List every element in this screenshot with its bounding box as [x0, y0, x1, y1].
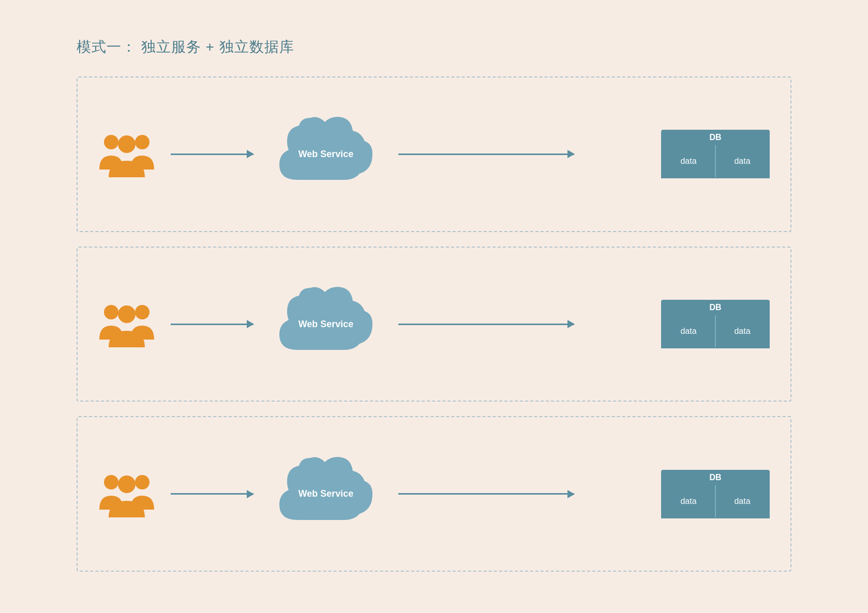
svg-point-3 [104, 305, 118, 319]
db-cell-1: data [662, 145, 716, 177]
arrow [398, 154, 574, 155]
db-cell-2: data [716, 485, 769, 517]
arrow [398, 493, 574, 495]
svg-point-7 [135, 475, 149, 489]
db-cells: data data [661, 145, 770, 178]
row-box-3: Web Service DB data data [77, 416, 791, 572]
svg-point-4 [135, 305, 149, 319]
svg-point-2 [118, 135, 136, 153]
cloud-shape: Web Service [269, 453, 383, 535]
users-group [98, 131, 155, 177]
svg-point-6 [104, 475, 118, 489]
cloud-shape: Web Service [269, 113, 383, 195]
db-box: DB data data [661, 130, 770, 178]
db-cell-1: data [662, 485, 716, 517]
arrow [171, 324, 253, 325]
arrow [171, 154, 253, 155]
db-cell-2: data [716, 145, 769, 177]
db-cells: data data [661, 485, 770, 518]
row-box-1: Web Service DB data data [77, 76, 791, 232]
arrow [171, 493, 253, 495]
arrow [398, 324, 574, 325]
svg-point-0 [104, 135, 118, 149]
cloud-shape: Web Service [269, 283, 383, 365]
db-box: DB data data [661, 300, 770, 348]
diagram-container: Web Service DB data data [77, 76, 791, 572]
row-box-2: Web Service DB data data [77, 247, 791, 402]
db-header: DB [661, 130, 770, 145]
db-cell-1: data [662, 315, 716, 347]
db-box: DB data data [661, 470, 770, 518]
svg-point-1 [135, 135, 149, 149]
db-header: DB [661, 300, 770, 315]
db-header: DB [661, 470, 770, 485]
page-title: 模式一： 独立服务 + 独立数据库 [77, 37, 294, 57]
users-group [98, 471, 155, 517]
db-cells: data data [661, 315, 770, 348]
svg-point-8 [118, 476, 136, 493]
svg-point-5 [118, 305, 136, 323]
db-cell-2: data [716, 315, 769, 347]
users-group [98, 301, 155, 347]
